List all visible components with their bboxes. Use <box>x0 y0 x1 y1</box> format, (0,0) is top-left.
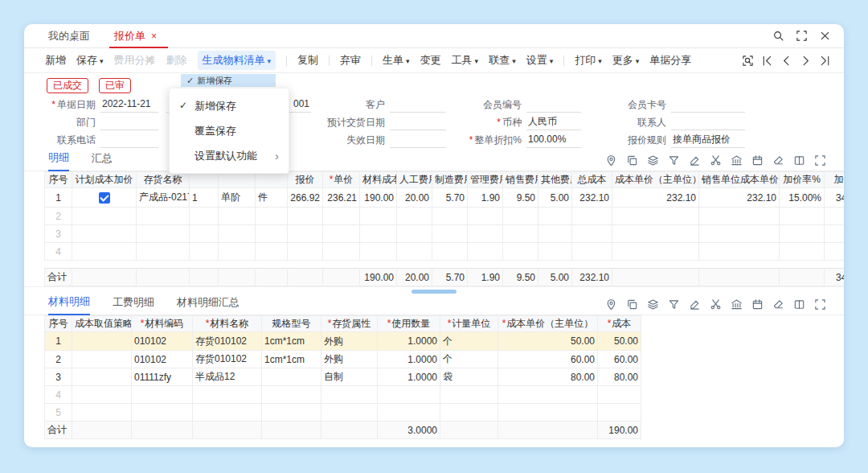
table-cell[interactable] <box>440 404 498 422</box>
table-cell[interactable]: 自制 <box>321 368 378 386</box>
table-cell[interactable] <box>360 208 397 225</box>
settings-button[interactable]: 设置▾ <box>526 53 554 68</box>
table-cell[interactable] <box>468 208 503 225</box>
tab-close-icon[interactable]: × <box>151 31 157 42</box>
linked-query-button[interactable]: 联查▾ <box>489 53 516 68</box>
tools-button[interactable]: 工具▾ <box>452 53 479 68</box>
table-cell[interactable]: 232.10 <box>699 188 780 208</box>
table-cell[interactable] <box>132 404 193 422</box>
horizontal-splitter[interactable] <box>24 286 844 294</box>
next-icon[interactable] <box>800 55 812 67</box>
table-cell[interactable] <box>72 243 137 261</box>
field-value[interactable] <box>390 114 446 130</box>
table-cell[interactable] <box>360 225 397 243</box>
table-cell[interactable] <box>612 208 699 225</box>
table-cell[interactable] <box>256 225 288 243</box>
table-cell[interactable] <box>397 225 432 243</box>
table-cell[interactable]: 1.0000 <box>378 368 440 386</box>
copy-icon[interactable] <box>626 298 638 311</box>
field-value[interactable] <box>100 114 158 130</box>
table-cell[interactable]: 1 <box>190 188 219 208</box>
create-doc-button[interactable]: 生单▾ <box>383 53 410 68</box>
table-cell[interactable] <box>432 225 468 243</box>
row-checkbox[interactable] <box>99 192 110 204</box>
table-cell[interactable] <box>825 208 845 225</box>
table-cell[interactable] <box>72 208 137 225</box>
table-row[interactable]: 301111zfy半成品12自制1.0000袋80.0080.00 <box>45 368 641 386</box>
table-row[interactable]: 3 <box>45 225 845 243</box>
table-cell[interactable]: 产成品-0217 <box>137 188 190 208</box>
fullscreen-icon[interactable] <box>796 30 808 42</box>
table-cell[interactable]: 236.21 <box>323 188 360 208</box>
table-cell[interactable]: 1cm*1cm <box>262 332 321 351</box>
table-cell[interactable] <box>780 225 825 243</box>
table-cell[interactable] <box>193 404 262 422</box>
table-cell[interactable] <box>262 386 321 404</box>
scan-search-icon[interactable] <box>742 55 754 67</box>
table-cell[interactable] <box>72 188 137 208</box>
table-cell[interactable]: 4 <box>45 243 72 261</box>
table-cell[interactable] <box>378 386 440 404</box>
table-cell[interactable]: 5 <box>45 404 72 422</box>
bank-icon[interactable] <box>731 298 743 311</box>
eraser-icon[interactable] <box>772 154 784 167</box>
print-button[interactable]: 打印▾ <box>575 53 602 68</box>
filter-icon[interactable] <box>668 154 680 167</box>
table-cell[interactable] <box>72 386 132 404</box>
share-button[interactable]: 单据分享 <box>649 53 691 68</box>
table-cell[interactable]: 60.00 <box>498 351 598 368</box>
table-cell[interactable] <box>137 208 190 225</box>
save-button[interactable]: 保存▾ <box>76 53 104 68</box>
close-icon[interactable] <box>819 30 831 42</box>
table-cell[interactable] <box>699 208 780 225</box>
table-cell[interactable] <box>432 208 468 225</box>
table-cell[interactable] <box>397 243 432 261</box>
table-cell[interactable]: 件 <box>256 188 288 208</box>
calendar-icon[interactable] <box>751 154 764 167</box>
table-cell[interactable] <box>498 404 598 422</box>
add-button[interactable]: 新增 <box>45 53 66 68</box>
bank-icon[interactable] <box>731 154 743 167</box>
table-cell[interactable] <box>699 225 780 243</box>
table-cell[interactable] <box>598 386 641 404</box>
table-cell[interactable]: 20.00 <box>397 188 432 208</box>
table-cell[interactable] <box>612 225 699 243</box>
table-row[interactable]: 1产成品-02171单阶件266.92236.21190.0020.005.70… <box>45 188 845 208</box>
tab-my-desktop[interactable]: 我的桌面 <box>48 24 90 48</box>
table-cell[interactable]: 半成品12 <box>193 368 262 386</box>
expand-icon[interactable] <box>814 154 826 167</box>
table-cell[interactable] <box>288 243 323 261</box>
table-cell[interactable] <box>397 208 432 225</box>
table-cell[interactable]: 232.10 <box>612 188 699 208</box>
columns-icon[interactable] <box>793 298 805 311</box>
table-cell[interactable] <box>498 386 598 404</box>
cut-icon[interactable] <box>710 298 722 311</box>
table-cell[interactable]: 2 <box>45 208 72 225</box>
table-cell[interactable] <box>262 368 321 386</box>
table-cell[interactable]: 80.00 <box>598 368 641 386</box>
filter-icon[interactable] <box>668 298 680 311</box>
tab-material-summary[interactable]: 材料明细汇总 <box>177 295 240 315</box>
table-cell[interactable]: 1.90 <box>468 188 503 208</box>
table-cell[interactable]: 袋 <box>440 368 498 386</box>
tab-detail[interactable]: 明细 <box>48 150 69 171</box>
copy-icon[interactable] <box>626 154 638 167</box>
table-cell[interactable] <box>190 225 219 243</box>
table-cell[interactable] <box>190 208 219 225</box>
table-cell[interactable]: 01111zfy <box>132 368 193 386</box>
stack-icon[interactable] <box>647 154 659 167</box>
table-cell[interactable]: 存货010102 <box>193 351 262 368</box>
tab-quotation[interactable]: 报价单× <box>114 24 157 48</box>
table-cell[interactable] <box>72 404 132 422</box>
table-cell[interactable] <box>321 386 378 404</box>
first-icon[interactable] <box>761 55 773 67</box>
table-cell[interactable] <box>323 225 360 243</box>
table-cell[interactable]: 单阶 <box>219 188 256 208</box>
calendar-icon[interactable] <box>751 298 764 311</box>
table-cell[interactable]: 外购 <box>321 351 378 368</box>
field-value[interactable]: 2022-11-21 <box>100 97 158 113</box>
field-value[interactable] <box>390 132 446 148</box>
table-cell[interactable] <box>72 332 132 351</box>
table-cell[interactable] <box>699 243 780 261</box>
tab-summary[interactable]: 汇总 <box>92 151 113 171</box>
